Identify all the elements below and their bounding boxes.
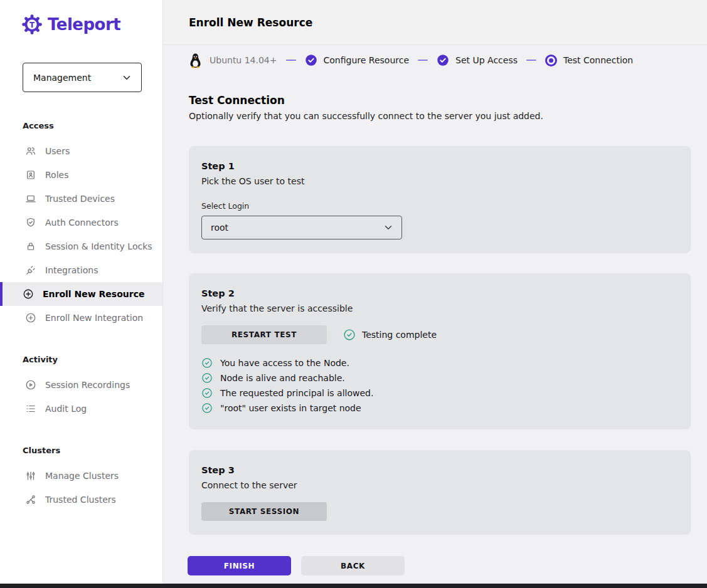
sidebar-item-roles[interactable]: Roles bbox=[0, 163, 162, 187]
sidebar-item-label: Session Recordings bbox=[45, 380, 130, 390]
sidebar-item-label: Enroll New Resource bbox=[43, 289, 144, 299]
sidebar-item-integrations[interactable]: Integrations bbox=[0, 258, 162, 282]
linux-tux-icon bbox=[189, 53, 202, 68]
section-subheading: Optionally verify that you can successfu… bbox=[189, 111, 707, 121]
sidebar-item-label: Users bbox=[45, 146, 70, 156]
users-icon bbox=[25, 145, 36, 157]
section-heading: Test Connection bbox=[189, 94, 707, 107]
integrations-icon bbox=[25, 265, 36, 276]
select-login-label: Select Login bbox=[201, 201, 678, 211]
page-title: Enroll New Resource bbox=[189, 16, 312, 29]
check-item-text: Node is alive and reachable. bbox=[220, 373, 345, 383]
auth-connectors-icon bbox=[25, 217, 36, 228]
check-item: You have access to the Node. bbox=[201, 355, 678, 370]
check-item: "root" user exists in target node bbox=[201, 401, 678, 416]
sidebar-item-label: Manage Clusters bbox=[45, 471, 119, 481]
stepper-step-set-up-access: Set Up Access bbox=[455, 55, 518, 65]
nav-list-activity: Session Recordings Audit Log bbox=[0, 373, 162, 421]
teleport-logo[interactable]: T Teleport bbox=[0, 0, 162, 35]
sidebar-item-enroll-new-resource[interactable]: Enroll New Resource bbox=[0, 282, 162, 306]
wizard-footer: FINISH BACK bbox=[188, 556, 707, 575]
step1-card: Step 1 Pick the OS user to test Select L… bbox=[189, 146, 691, 253]
check-item-text: "root" user exists in target node bbox=[220, 403, 361, 413]
sidebar-item-auth-connectors[interactable]: Auth Connectors bbox=[0, 211, 162, 234]
step1-title: Step 1 bbox=[201, 161, 678, 171]
step3-card: Step 3 Connect to the server START SESSI… bbox=[189, 450, 691, 535]
stepper-divider bbox=[526, 60, 536, 61]
page-header: Enroll New Resource bbox=[164, 0, 707, 45]
sidebar-item-label: Integrations bbox=[45, 265, 98, 275]
step-current-icon bbox=[545, 55, 557, 66]
step-complete-icon bbox=[305, 54, 317, 66]
check-circle-icon bbox=[343, 328, 356, 341]
sidebar-item-audit-log[interactable]: Audit Log bbox=[0, 397, 162, 421]
check-circle-icon bbox=[201, 402, 213, 414]
enroll-stepper: Ubuntu 14.04+ Configure Resource Set Up … bbox=[164, 45, 707, 75]
sidebar-item-session-identity-locks[interactable]: Session & Identity Locks bbox=[0, 234, 162, 258]
check-circle-icon bbox=[201, 357, 213, 369]
roles-icon bbox=[25, 169, 36, 181]
stepper-divider bbox=[418, 60, 428, 61]
nav-section-access: Access bbox=[23, 121, 162, 130]
step2-card: Step 2 Verify that the server is accessi… bbox=[189, 273, 691, 429]
chevron-down-icon bbox=[121, 72, 132, 83]
content: Test Connection Optionally verify that y… bbox=[164, 94, 707, 535]
sidebar-item-label: Session & Identity Locks bbox=[45, 241, 152, 251]
step3-title: Step 3 bbox=[201, 465, 678, 475]
stepper-divider bbox=[286, 60, 296, 61]
workspace-selector-value: Management bbox=[33, 73, 91, 83]
step-complete-icon bbox=[437, 54, 449, 66]
nav-section-activity: Activity bbox=[23, 355, 162, 364]
step2-title: Step 2 bbox=[201, 288, 678, 298]
check-circle-icon bbox=[201, 387, 213, 399]
login-select[interactable]: root bbox=[201, 216, 402, 239]
login-select-value: root bbox=[211, 223, 228, 233]
check-item: The requested principal is allowed. bbox=[201, 386, 678, 401]
restart-test-button[interactable]: RESTART TEST bbox=[201, 325, 327, 344]
test-check-list: You have access to the Node. Node is ali… bbox=[201, 355, 678, 416]
sidebar-item-label: Roles bbox=[45, 170, 68, 180]
teleport-gear-icon: T bbox=[21, 14, 43, 35]
brand-wordmark: Teleport bbox=[48, 15, 120, 34]
trusted-devices-icon bbox=[25, 193, 36, 204]
stepper-resource-label: Ubuntu 14.04+ bbox=[210, 55, 277, 65]
chevron-down-icon bbox=[383, 222, 394, 233]
check-item: Node is alive and reachable. bbox=[201, 370, 678, 386]
sidebar-item-trusted-devices[interactable]: Trusted Devices bbox=[0, 187, 162, 211]
check-item-text: The requested principal is allowed. bbox=[220, 388, 373, 398]
sliders-icon bbox=[25, 470, 36, 481]
step2-description: Verify that the server is accessible bbox=[201, 302, 678, 315]
status-text: Testing complete bbox=[362, 330, 437, 340]
stepper-step-test-connection: Test Connection bbox=[563, 55, 633, 65]
bottom-window-edge bbox=[0, 584, 707, 588]
check-circle-icon bbox=[201, 372, 213, 384]
sidebar-item-label: Auth Connectors bbox=[45, 218, 119, 228]
svg-text:T: T bbox=[29, 21, 35, 29]
sidebar-item-session-recordings[interactable]: Session Recordings bbox=[0, 373, 162, 397]
sidebar-item-users[interactable]: Users bbox=[0, 139, 162, 163]
sidebar-item-label: Audit Log bbox=[45, 404, 87, 414]
start-session-button[interactable]: START SESSION bbox=[201, 502, 327, 521]
network-icon bbox=[25, 494, 36, 505]
sidebar-item-enroll-new-integration[interactable]: Enroll New Integration bbox=[0, 306, 162, 330]
nav-list-clusters: Manage Clusters Trusted Clusters bbox=[0, 464, 162, 512]
workspace-selector[interactable]: Management bbox=[23, 63, 142, 92]
sidebar-item-manage-clusters[interactable]: Manage Clusters bbox=[0, 464, 162, 488]
nav-list-access: Users Roles Trusted Devices Auth Connect… bbox=[0, 139, 162, 330]
play-circle-icon bbox=[25, 379, 36, 391]
sidebar-item-trusted-clusters[interactable]: Trusted Clusters bbox=[0, 488, 162, 512]
lock-icon bbox=[25, 241, 36, 252]
list-icon bbox=[25, 403, 36, 414]
plus-circle-icon bbox=[23, 288, 34, 300]
testing-complete-status: Testing complete bbox=[343, 328, 437, 341]
sidebar-item-label: Trusted Devices bbox=[45, 194, 115, 204]
finish-button[interactable]: FINISH bbox=[188, 556, 291, 575]
sidebar-item-label: Enroll New Integration bbox=[45, 313, 143, 323]
back-button[interactable]: BACK bbox=[301, 556, 405, 575]
sidebar-item-label: Trusted Clusters bbox=[45, 495, 116, 505]
main-area: Enroll New Resource Ubuntu 14.04+ Config… bbox=[164, 0, 707, 584]
check-item-text: You have access to the Node. bbox=[220, 358, 349, 368]
plus-circle-icon bbox=[25, 312, 36, 323]
step3-description: Connect to the server bbox=[201, 479, 678, 491]
step1-description: Pick the OS user to test bbox=[201, 175, 678, 187]
